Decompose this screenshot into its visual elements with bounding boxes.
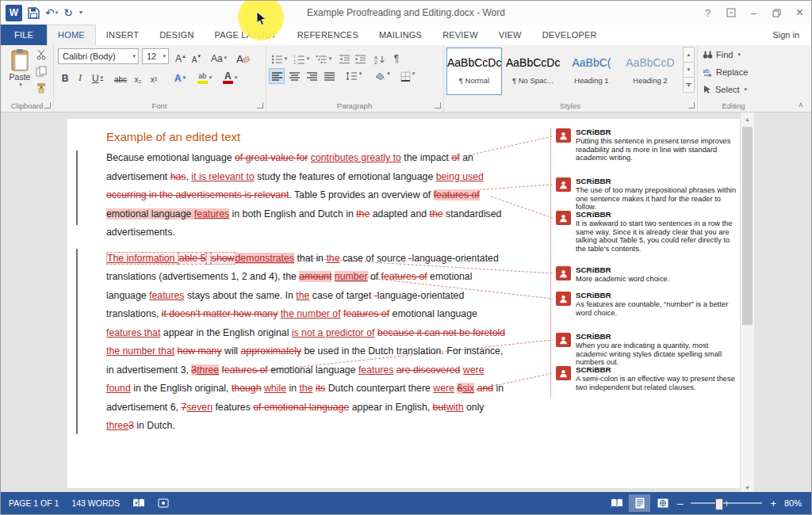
redo-button[interactable]: ↻ — [63, 7, 73, 18]
web-layout-button[interactable] — [652, 494, 673, 512]
zoom-slider-thumb[interactable] — [715, 498, 723, 510]
collapse-ribbon-button[interactable]: ∧ — [798, 101, 803, 109]
print-layout-button[interactable] — [629, 494, 650, 512]
justify-button[interactable] — [321, 68, 337, 84]
tab-home[interactable]: HOME — [47, 25, 96, 46]
macro-recording-button[interactable] — [151, 492, 175, 514]
text-highlight-button[interactable]: ab ▾ — [194, 68, 215, 84]
word-logo-icon[interactable]: W — [6, 5, 22, 21]
comment-marker-icon[interactable] — [556, 177, 571, 192]
comment[interactable]: SCRiBBRPutting this sentence in present … — [556, 128, 740, 162]
zoom-out-button[interactable]: – — [674, 498, 686, 509]
clipboard-dialog-launcher-icon[interactable] — [44, 102, 51, 109]
paste-button[interactable]: Paste ▾ — [5, 48, 35, 88]
gallery-up-button[interactable]: ▲ — [683, 47, 695, 63]
copy-button[interactable] — [36, 66, 47, 80]
paste-caret-icon[interactable]: ▾ — [19, 82, 22, 88]
styles-dialog-launcher-icon[interactable] — [688, 102, 695, 109]
zoom-slider[interactable] — [691, 502, 762, 504]
italic-button[interactable]: I — [74, 68, 86, 84]
tab-mailings[interactable]: MAILINGS — [369, 25, 432, 45]
chevron-down-icon[interactable]: ▾ — [132, 53, 136, 59]
align-center-button[interactable] — [286, 68, 302, 84]
sign-in-button[interactable]: Sign in — [760, 25, 811, 45]
document-page[interactable]: Example of an edited text Because emotio… — [67, 119, 740, 488]
restore-button[interactable] — [765, 1, 788, 25]
vertical-scrollbar[interactable]: ▲ ▼ — [740, 113, 754, 494]
style--no-spac-[interactable]: AaBbCcDc¶ No Spac... — [505, 48, 561, 95]
comment[interactable]: SCRiBBRThe use of too many prepositional… — [556, 177, 740, 212]
comment-marker-icon[interactable] — [556, 333, 571, 347]
word-count[interactable]: 143 WORDS — [65, 492, 126, 514]
page-indicator[interactable]: PAGE 1 OF 1 — [1, 492, 65, 514]
proofing-errors-button[interactable] — [126, 492, 151, 514]
tab-references[interactable]: REFERENCES — [287, 25, 369, 45]
close-button[interactable]: × — [788, 1, 811, 25]
tab-review[interactable]: REVIEW — [432, 25, 488, 45]
gallery-down-button[interactable]: ▼ — [683, 62, 695, 78]
comment-marker-icon[interactable] — [556, 211, 571, 225]
chevron-down-icon[interactable]: ▾ — [163, 53, 166, 59]
tab-insert[interactable]: INSERT — [96, 25, 149, 45]
save-button[interactable] — [28, 7, 40, 19]
gallery-more-button[interactable]: ▼ — [683, 77, 695, 93]
select-button[interactable]: Select ▾ — [703, 85, 747, 94]
tab-design[interactable]: DESIGN — [149, 25, 204, 45]
comment[interactable]: SCRiBBRAs features are countable, “numbe… — [556, 292, 740, 317]
align-left-button[interactable] — [269, 68, 285, 84]
undo-button[interactable]: ↶▾ — [45, 7, 58, 18]
style-heading-1[interactable]: AaBbC(Heading 1 — [564, 48, 619, 95]
strikethrough-button[interactable]: abc — [112, 68, 129, 84]
underline-button[interactable]: U▾ — [88, 68, 107, 84]
change-case-button[interactable]: Aa▾ — [209, 48, 229, 64]
comment[interactable]: SCRiBBRWhen you are indicating a quantit… — [556, 333, 740, 367]
font-name-combobox[interactable]: Calibri (Body) ▾ — [58, 48, 139, 64]
borders-button[interactable]: ▾ — [397, 68, 418, 84]
comment[interactable]: SCRiBBRA semi-colon is an effective way … — [556, 366, 740, 391]
font-size-combobox[interactable]: 12 ▾ — [142, 48, 169, 64]
comment[interactable]: SCRiBBRIt is awkward to start two senten… — [556, 211, 740, 254]
align-right-button[interactable] — [304, 68, 320, 84]
shrink-font-button[interactable]: A▼ — [190, 48, 204, 64]
format-painter-button[interactable] — [36, 82, 47, 97]
scroll-up-icon[interactable]: ▲ — [741, 113, 754, 125]
font-color-button[interactable]: A ▾ — [220, 68, 240, 84]
multilevel-list-button[interactable]: ▾ — [313, 48, 334, 64]
text-effects-button[interactable]: A▾ — [170, 68, 190, 84]
help-button[interactable]: ? — [696, 1, 719, 25]
cut-button[interactable] — [36, 49, 47, 63]
grow-font-button[interactable]: A▲ — [174, 48, 188, 64]
numbering-button[interactable]: 123 ▾ — [291, 48, 312, 64]
scrollbar-thumb[interactable] — [742, 127, 753, 325]
read-mode-button[interactable] — [606, 494, 627, 512]
increase-indent-button[interactable] — [353, 48, 367, 64]
comment-marker-icon[interactable] — [556, 292, 571, 306]
line-spacing-button[interactable]: ▾ — [343, 68, 364, 84]
zoom-in-button[interactable]: + — [767, 498, 779, 509]
superscript-button[interactable]: x² — [147, 68, 161, 84]
clear-formatting-button[interactable]: A — [234, 48, 251, 64]
minimize-button[interactable]: – — [742, 1, 765, 25]
style--normal[interactable]: AaBbCcDc¶ Normal — [446, 48, 502, 95]
tab-developer[interactable]: DEVELOPER — [532, 25, 607, 45]
paragraph-dialog-launcher-icon[interactable] — [435, 102, 441, 109]
font-dialog-launcher-icon[interactable] — [257, 102, 263, 109]
find-button[interactable]: Find ▾ — [703, 50, 741, 59]
comment-marker-icon[interactable] — [556, 266, 571, 280]
tab-view[interactable]: VIEW — [488, 25, 532, 45]
decrease-indent-button[interactable] — [337, 48, 351, 64]
tab-page-layout[interactable]: PAGE LAYOUT — [205, 25, 287, 45]
comment[interactable]: SCRiBBRMore academic word choice. — [556, 266, 740, 284]
tab-file[interactable]: FILE — [1, 25, 47, 45]
style-heading-2[interactable]: AaBbCcDHeading 2 — [622, 48, 678, 95]
replace-button[interactable]: ab Replace — [703, 67, 748, 77]
undo-caret-icon[interactable]: ▾ — [56, 7, 59, 18]
comment-marker-icon[interactable] — [556, 128, 571, 143]
subscript-button[interactable]: x₂ — [131, 68, 145, 84]
bold-button[interactable]: B — [58, 68, 72, 84]
bullets-button[interactable]: ▾ — [269, 48, 289, 64]
ribbon-display-options-button[interactable] — [719, 1, 742, 25]
zoom-percentage[interactable]: 80% — [779, 498, 811, 508]
customize-qat-button[interactable]: ▾ — [79, 7, 82, 18]
comment-marker-icon[interactable] — [556, 366, 571, 380]
